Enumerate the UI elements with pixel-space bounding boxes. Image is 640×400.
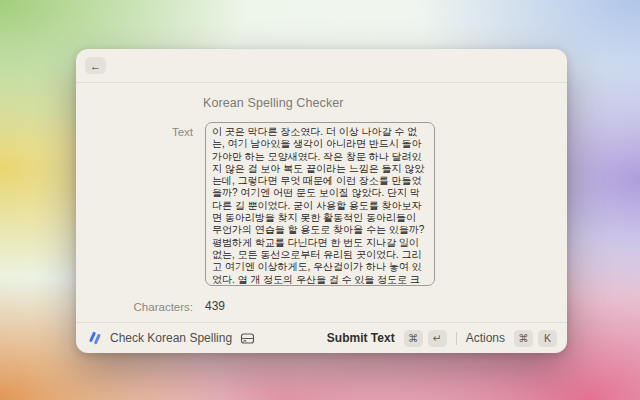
return-key-icon: ↵ (428, 330, 447, 347)
cmd-key-icon: ⌘ (514, 330, 533, 347)
command-name-label: Check Korean Spelling (110, 331, 232, 345)
actions-button[interactable]: Actions ⌘ K (466, 330, 557, 347)
submit-text-button[interactable]: Submit Text ⌘ ↵ (327, 330, 447, 347)
text-input[interactable]: 이 곳은 막다른 장소였다. 더 이상 나아갈 수 없는, 여기 남아있을 생각… (205, 122, 435, 286)
desktop-background: { "window": { "header": { "back_icon": "… (0, 0, 640, 400)
submit-text-label: Submit Text (327, 331, 395, 345)
characters-value: 439 (205, 299, 225, 313)
footer-bar: Check Korean Spelling Submit Text ⌘ ↵ Ac… (76, 322, 567, 353)
back-arrow-icon: ← (90, 60, 101, 72)
text-field-label: Text (76, 126, 193, 138)
footer-actions: Submit Text ⌘ ↵ Actions ⌘ K (327, 330, 557, 347)
back-button[interactable]: ← (85, 57, 106, 74)
page-title: Korean Spelling Checker (203, 96, 344, 110)
app-window: ← Korean Spelling Checker Text 이 곳은 막다른 … (76, 49, 567, 353)
actions-label: Actions (466, 331, 505, 345)
characters-label: Characters: (76, 301, 193, 313)
cmd-key-icon: ⌘ (404, 330, 423, 347)
k-key-icon: K (538, 330, 557, 347)
footer-command-info: Check Korean Spelling (88, 331, 255, 346)
window-header: ← (76, 49, 567, 83)
drive-icon (240, 331, 255, 346)
footer-divider (456, 332, 457, 345)
extension-icon (88, 331, 102, 345)
